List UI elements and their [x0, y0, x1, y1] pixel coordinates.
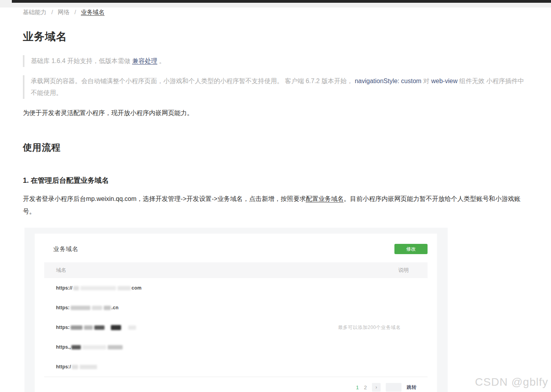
pagination-page-2[interactable]: 2	[364, 385, 367, 390]
page-title: 业务域名	[23, 30, 530, 44]
breadcrumb: 基础能力 / 网络 / 业务域名	[23, 9, 530, 16]
redacted-blob	[80, 365, 97, 369]
table-row: https: 最多可以添加200个业务域名	[44, 318, 428, 337]
pagination: 1 2 › 跳转	[44, 377, 428, 392]
domain-prefix: https:	[56, 305, 70, 310]
redacted-blob	[108, 345, 123, 349]
step-1-paragraph: 开发者登录小程序后台mp.weixin.qq.com，选择开发管理->开发设置-…	[23, 193, 530, 218]
redacted-blob	[71, 306, 90, 310]
section-title-usage-flow: 使用流程	[23, 141, 530, 154]
web-view-code: web-view	[431, 78, 458, 84]
domain-table-body: https://com https:.cn https: 最多可以添加200个业…	[44, 278, 428, 377]
webview-note-text-2: 对	[421, 78, 431, 84]
domain-suffix: .cn	[112, 305, 119, 310]
breadcrumb-separator: /	[75, 9, 76, 15]
csdn-watermark: CSDN @gblfy	[475, 376, 548, 388]
redacted-blob	[71, 325, 82, 330]
navigation-style-code: navigationStyle: custom	[355, 78, 421, 84]
pagination-next-button[interactable]: ›	[372, 383, 381, 392]
table-row: https:.cn	[44, 298, 428, 318]
intro-paragraph: 为便于开发者灵活配置小程序，现开放小程序内嵌网页能力。	[23, 109, 530, 117]
redacted-blob	[94, 325, 105, 330]
domain-prefix: https:/	[56, 364, 71, 370]
domain-suffix: com	[132, 285, 142, 291]
redacted-blob	[72, 365, 78, 369]
pagination-jump-input[interactable]	[386, 383, 402, 392]
breadcrumb-item-capability[interactable]: 基础能力	[23, 9, 47, 15]
domain-prefix: https:	[56, 325, 70, 330]
redacted-blob	[73, 286, 79, 290]
quota-note: 最多可以添加200个业务域名	[338, 324, 428, 331]
redacted-blob	[104, 306, 111, 310]
breadcrumb-separator: /	[51, 9, 53, 15]
edit-button[interactable]: 修改	[394, 244, 428, 254]
step-1-title: 1. 在管理后台配置业务域名	[23, 176, 530, 185]
column-header-description: 说明	[398, 267, 409, 274]
redacted-blob	[82, 345, 106, 349]
redacted-blob	[84, 325, 93, 330]
doc-content: 基础能力 / 网络 / 业务域名 业务域名 基础库 1.6.4 开始支持，低版本…	[23, 7, 530, 392]
breadcrumb-item-business-domain[interactable]: 业务域名	[81, 9, 105, 15]
column-header-domain: 域名	[56, 267, 66, 274]
table-row: https://com	[44, 278, 428, 298]
redacted-blob	[71, 345, 81, 349]
domain-prefix: https.,	[56, 344, 71, 350]
webview-note-text-1: 承载网页的容器。会自动铺满整个小程序页面，小游戏和个人类型的小程序暂不支持使用。…	[31, 78, 355, 84]
redacted-blob	[118, 286, 131, 290]
redacted-blob	[111, 325, 121, 330]
redacted-blob	[92, 306, 102, 310]
compat-link[interactable]: 兼容处理	[132, 58, 157, 64]
table-row: https.,	[44, 337, 428, 357]
pagination-page-1[interactable]: 1	[356, 385, 359, 390]
compat-note: 基础库 1.6.4 开始支持，低版本需做 兼容处理 。	[23, 55, 530, 67]
table-row: https:/	[44, 357, 428, 377]
redacted-blob	[80, 286, 116, 290]
compat-note-suffix: 。	[157, 58, 165, 64]
panel-title: 业务域名	[53, 245, 78, 253]
pagination-jump-label: 跳转	[407, 384, 417, 391]
breadcrumb-item-network[interactable]: 网络	[58, 9, 70, 15]
admin-console-screenshot: 业务域名 修改 域名 说明 https://com https:.cn http…	[24, 228, 448, 392]
step-1-underlined-text: 配置业务域名	[306, 195, 344, 203]
chevron-right-icon: ›	[375, 385, 377, 390]
compat-note-text: 基础库 1.6.4 开始支持，低版本需做	[31, 58, 132, 64]
panel-header: 业务域名 修改	[44, 244, 428, 254]
domain-prefix: https://	[56, 285, 73, 291]
table-header: 域名 说明	[44, 262, 428, 278]
webview-note: 承载网页的容器。会自动铺满整个小程序页面，小游戏和个人类型的小程序暂不支持使用。…	[23, 75, 527, 99]
business-domain-panel: 业务域名 修改 域名 说明 https://com https:.cn http…	[35, 234, 437, 392]
top-divider-bar	[12, 0, 551, 3]
step-1-text-1: 开发者登录小程序后台mp.weixin.qq.com，选择开发管理->开发设置-…	[23, 195, 306, 202]
redacted-blob	[128, 325, 136, 330]
